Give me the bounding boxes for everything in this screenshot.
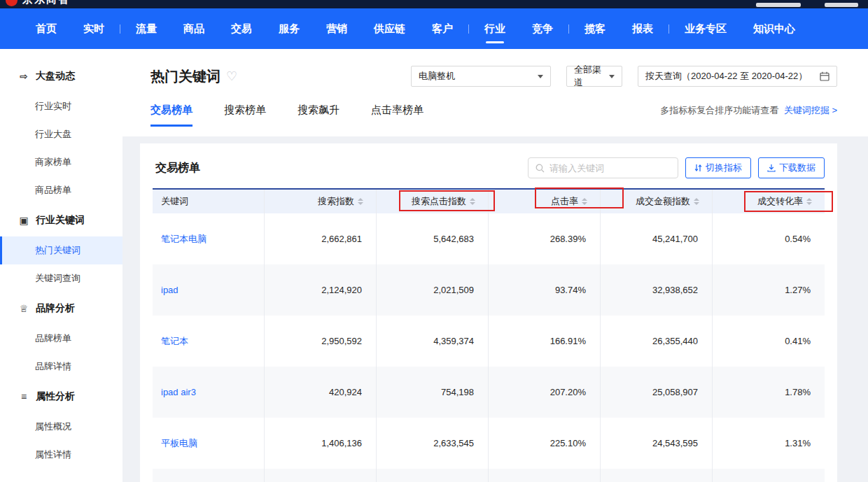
sidebar-item-hot-keywords[interactable]: 热门关键词 bbox=[0, 236, 122, 264]
tab-ctr-ranking[interactable]: 点击率榜单 bbox=[371, 104, 424, 127]
cell-click-rate: 268.39% bbox=[489, 213, 601, 264]
sidebar-section-label: 属性分析 bbox=[36, 390, 75, 403]
nav-item-supply-chain[interactable]: 供应链 bbox=[360, 8, 419, 49]
sidebar-section-market-dynamics[interactable]: ⇨ 大盘动态 bbox=[0, 60, 122, 92]
sidebar-section-label: 品牌分析 bbox=[36, 302, 75, 315]
sort-icon[interactable] bbox=[694, 198, 699, 205]
nav-item-realtime[interactable]: 实时 bbox=[70, 8, 118, 49]
keyword-search-input[interactable] bbox=[550, 163, 671, 173]
nav-item-service[interactable]: 服务 bbox=[265, 8, 313, 49]
cell-conversion-rate: 1.27% bbox=[713, 264, 825, 316]
sort-icon[interactable] bbox=[470, 198, 475, 205]
keyword-link[interactable]: ipad bbox=[153, 264, 265, 316]
nav-item-acquisition[interactable]: 揽客 bbox=[571, 8, 619, 49]
keyword-link[interactable]: 笔记本电脑 bbox=[153, 213, 265, 264]
table-row: 笔记本电脑 2,662,861 5,642,683 268.39% 45,241… bbox=[153, 213, 825, 264]
nav-item-marketing[interactable]: 营销 bbox=[313, 8, 360, 49]
table-body: 笔记本电脑 2,662,861 5,642,683 268.39% 45,241… bbox=[153, 213, 825, 482]
sidebar-item-attribute-detail[interactable]: 属性详情 bbox=[0, 441, 122, 469]
nav-item-business-zone[interactable]: 业务专区 bbox=[671, 8, 740, 49]
sidebar-section-label: 行业关键词 bbox=[36, 214, 85, 227]
nav-item-home[interactable]: 首页 bbox=[22, 8, 70, 49]
sort-icon[interactable] bbox=[806, 198, 812, 205]
cell-click-rate: 207.20% bbox=[489, 367, 601, 418]
col-header-click-rate[interactable]: 点击率 bbox=[489, 190, 601, 213]
cell-search-click-index: 4,359,374 bbox=[377, 316, 489, 367]
nav-item-products[interactable]: 商品 bbox=[170, 8, 218, 49]
favorite-heart-icon[interactable]: ♡ bbox=[226, 69, 237, 84]
tab-search-surge[interactable]: 搜索飙升 bbox=[298, 104, 340, 127]
col-header-search-index[interactable]: 搜索指数 bbox=[265, 190, 377, 213]
channel-select-value: 全部渠道 bbox=[574, 64, 609, 89]
sidebar-item-brand-ranking[interactable]: 品牌榜单 bbox=[0, 325, 122, 353]
nav-divider bbox=[468, 24, 469, 34]
sidebar-item-attribute-overview[interactable]: 属性概况 bbox=[0, 413, 122, 441]
nav-divider bbox=[668, 24, 669, 34]
cell-search-click-index: 754,198 bbox=[377, 367, 489, 418]
nav-item-competition[interactable]: 竞争 bbox=[519, 8, 566, 49]
sidebar-section-brand-analysis[interactable]: ♕ 品牌分析 bbox=[0, 292, 122, 325]
cell-search-click-index: 5,642,683 bbox=[377, 213, 489, 264]
jd-logo-icon bbox=[6, 0, 18, 6]
page-title: 热门关键词 bbox=[150, 67, 220, 86]
clipped-text-fragment bbox=[825, 3, 858, 7]
cell-search-click-index: 2,633,545 bbox=[377, 418, 489, 469]
cell-conversion-rate: 1.31% bbox=[713, 418, 825, 469]
sidebar-item-merchant-ranking[interactable]: 商家榜单 bbox=[0, 148, 122, 176]
keyword-search-box[interactable] bbox=[528, 157, 678, 178]
keyword-mining-link[interactable]: 关键词挖掘 > bbox=[784, 105, 837, 115]
col-header-gmv-index[interactable]: 成交金额指数 bbox=[601, 190, 713, 213]
download-data-label: 下载数据 bbox=[779, 162, 816, 174]
keyword-link[interactable]: 平板电脑 bbox=[153, 418, 265, 469]
sliders-icon: ≡ bbox=[18, 391, 29, 402]
tab-search-ranking[interactable]: 搜索榜单 bbox=[224, 104, 266, 127]
nav-item-reports[interactable]: 报表 bbox=[619, 8, 666, 49]
nav-item-traffic[interactable]: 流量 bbox=[122, 8, 170, 49]
sidebar-section-industry-keywords[interactable]: ▣ 行业关键词 bbox=[0, 204, 122, 236]
calendar-icon bbox=[820, 71, 830, 81]
app-logo: 京东商智 bbox=[22, 0, 70, 6]
keyword-link[interactable]: ipad air3 bbox=[153, 367, 265, 418]
date-range-picker[interactable]: 按天查询（2020-04-22 至 2020-04-22） bbox=[638, 66, 837, 87]
chevron-down-icon bbox=[538, 75, 543, 78]
nav-item-knowledge-center[interactable]: 知识中心 bbox=[740, 8, 808, 49]
nav-divider bbox=[120, 24, 120, 34]
tab-trade-ranking[interactable]: 交易榜单 bbox=[150, 104, 192, 127]
table-header-row: 关键词 搜索指数 搜索点击指数 点击率 bbox=[153, 188, 825, 213]
col-header-conversion-rate[interactable]: 成交转化率 bbox=[713, 190, 825, 213]
switch-metrics-button[interactable]: 切换指标 bbox=[685, 157, 751, 178]
sidebar-section-attribute-analysis[interactable]: ≡ 属性分析 bbox=[0, 381, 122, 413]
sort-icon[interactable] bbox=[358, 198, 363, 205]
top-strip: 京东商智 bbox=[0, 0, 868, 8]
table-row: 笔记本 2,950,592 4,359,374 166.91% 26,355,4… bbox=[153, 316, 825, 367]
cell-conversion-rate: 1.78% bbox=[713, 367, 825, 418]
download-data-button[interactable]: 下载数据 bbox=[758, 157, 825, 178]
nav-item-industry[interactable]: 行业 bbox=[471, 8, 519, 49]
trade-ranking-card: 交易榜单 切换指标 bbox=[140, 143, 837, 482]
hint-text: 多指标标复合排序功能请查看 bbox=[660, 105, 778, 115]
cell-search-index: 420,924 bbox=[265, 367, 377, 418]
cell-click-rate: 93.74% bbox=[489, 264, 601, 316]
sort-icon[interactable] bbox=[582, 198, 587, 205]
cell-conversion-rate: 0.54% bbox=[713, 213, 825, 264]
nav-item-customers[interactable]: 客户 bbox=[419, 8, 466, 49]
ranking-tabs: 交易榜单 搜索榜单 搜索飙升 点击率榜单 bbox=[150, 104, 424, 127]
sidebar-item-industry-market[interactable]: 行业大盘 bbox=[0, 120, 122, 148]
sidebar-item-product-ranking[interactable]: 商品榜单 bbox=[0, 176, 122, 204]
clipped-text-fragment bbox=[756, 3, 801, 7]
keyword-board-icon: ▣ bbox=[18, 215, 29, 226]
col-header-keyword: 关键词 bbox=[153, 190, 265, 213]
keyword-link[interactable]: 笔记本 bbox=[153, 316, 265, 367]
channel-select[interactable]: 全部渠道 bbox=[566, 66, 622, 87]
cell-gmv-index: 45,241,700 bbox=[601, 213, 713, 264]
cell-click-rate: 225.10% bbox=[489, 418, 601, 469]
sidebar-item-industry-realtime[interactable]: 行业实时 bbox=[0, 92, 122, 120]
sidebar-section-label: 大盘动态 bbox=[36, 70, 75, 83]
sidebar-item-brand-detail[interactable]: 品牌详情 bbox=[0, 353, 122, 381]
sidebar-item-keyword-query[interactable]: 关键词查询 bbox=[0, 264, 122, 292]
cell-search-index: 1,406,136 bbox=[265, 418, 377, 469]
nav-item-trade[interactable]: 交易 bbox=[218, 8, 265, 49]
col-header-search-click-index[interactable]: 搜索点击指数 bbox=[377, 190, 489, 213]
cell-search-index: 2,950,592 bbox=[265, 316, 377, 367]
category-select[interactable]: 电脑整机 bbox=[411, 66, 551, 87]
